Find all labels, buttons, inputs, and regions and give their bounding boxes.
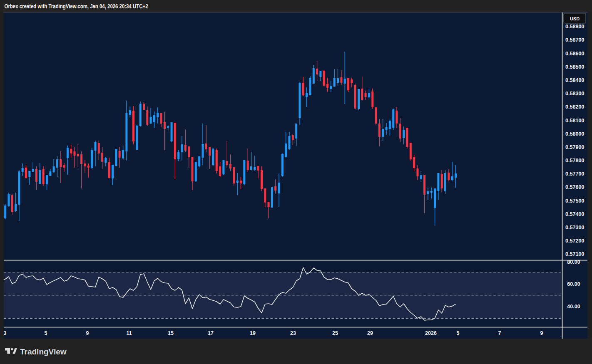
svg-text:7: 7 — [498, 330, 501, 336]
svg-text:0.57500: 0.57500 — [565, 198, 585, 204]
svg-text:0.57200: 0.57200 — [565, 238, 585, 244]
svg-text:TradingView: TradingView — [20, 347, 67, 356]
svg-text:5: 5 — [45, 330, 47, 336]
svg-text:5: 5 — [457, 330, 460, 336]
svg-text:0.58100: 0.58100 — [565, 118, 585, 124]
svg-text:0.58300: 0.58300 — [565, 91, 585, 97]
svg-text:0.57300: 0.57300 — [565, 225, 585, 230]
svg-text:80.00: 80.00 — [567, 259, 580, 265]
svg-text:9: 9 — [86, 330, 89, 336]
svg-text:60.00: 60.00 — [567, 281, 580, 287]
svg-text:23: 23 — [290, 330, 296, 336]
svg-text:0.57400: 0.57400 — [565, 211, 585, 217]
svg-text:25: 25 — [332, 330, 338, 336]
svg-text:11: 11 — [126, 330, 132, 336]
svg-text:2026: 2026 — [425, 330, 437, 336]
svg-text:0.57700: 0.57700 — [565, 171, 585, 177]
svg-text:0.58600: 0.58600 — [565, 51, 585, 57]
svg-text:0.58800: 0.58800 — [565, 24, 585, 30]
svg-text:3: 3 — [4, 330, 7, 336]
svg-text:40.00: 40.00 — [567, 304, 580, 310]
svg-text:0.57100: 0.57100 — [565, 251, 585, 257]
svg-text:USD: USD — [570, 16, 580, 21]
svg-text:0.57800: 0.57800 — [565, 158, 585, 163]
svg-text:0.58200: 0.58200 — [565, 104, 585, 110]
svg-text:Orbex created with TradingView: Orbex created with TradingView.com, Jan … — [5, 2, 148, 10]
svg-text:0.58000: 0.58000 — [565, 131, 585, 137]
svg-text:15: 15 — [168, 330, 174, 336]
svg-text:19: 19 — [250, 330, 256, 336]
svg-text:29: 29 — [367, 330, 373, 336]
svg-text:0.57600: 0.57600 — [565, 184, 585, 190]
svg-text:9: 9 — [540, 330, 543, 336]
svg-text:0.57900: 0.57900 — [565, 144, 585, 150]
svg-text:17: 17 — [208, 330, 214, 336]
svg-text:0.58500: 0.58500 — [565, 64, 585, 70]
svg-text:0.58700: 0.58700 — [565, 37, 585, 43]
svg-text:0.58400: 0.58400 — [565, 77, 585, 83]
